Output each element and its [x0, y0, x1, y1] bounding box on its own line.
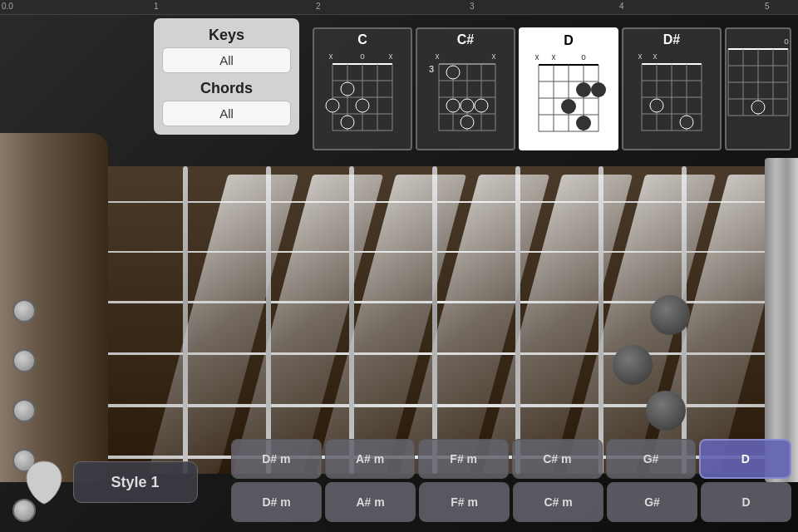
chord-dot-1 [650, 295, 690, 335]
svg-text:x: x [492, 52, 496, 61]
svg-point-64 [650, 99, 663, 112]
svg-point-48 [576, 82, 591, 97]
chord-btn-asm-1[interactable]: A# m [325, 439, 416, 479]
svg-text:x: x [436, 52, 440, 61]
chord-card-dsharp[interactable]: D# x x [622, 27, 722, 150]
tuning-peg-2[interactable] [12, 349, 36, 372]
chord-card-c[interactable]: C x x o [313, 27, 412, 150]
svg-text:x: x [389, 52, 393, 61]
chord-buttons-section: D# m A# m F# m C# m G# D D# m A# m F# m … [224, 432, 798, 532]
svg-point-33 [475, 99, 488, 112]
chord-name-c: C [357, 32, 367, 47]
svg-point-15 [356, 99, 369, 112]
fretboard[interactable] [108, 166, 773, 474]
chord-btn-d-1[interactable]: D [699, 439, 791, 479]
svg-point-13 [341, 82, 354, 96]
chord-btn-gs-1[interactable]: G# [606, 439, 697, 479]
version-label: 0.0 [2, 2, 13, 11]
chord-strip: C x x o [306, 18, 798, 160]
svg-point-30 [446, 66, 460, 79]
svg-point-51 [576, 116, 591, 131]
chord-card-csharp[interactable]: C# 3 x x [416, 27, 515, 150]
chord-btn-csm-1[interactable]: C# m [512, 439, 603, 479]
svg-point-77 [751, 101, 765, 114]
chord-btn-dsm-1[interactable]: D# m [231, 439, 322, 479]
ruler-mark-3: 3 [470, 2, 475, 11]
chord-btn-csm-2[interactable]: C# m [513, 482, 603, 522]
svg-text:3: 3 [429, 64, 434, 74]
chord-btn-d-2[interactable]: D [701, 482, 791, 522]
keys-all-button[interactable]: All [162, 47, 291, 73]
svg-text:x: x [638, 52, 643, 61]
tuning-peg-3[interactable] [12, 399, 36, 422]
svg-point-49 [591, 82, 606, 97]
chord-row-1: D# m A# m F# m C# m G# D [231, 439, 791, 479]
pick-icon [23, 460, 65, 505]
svg-text:o: o [360, 52, 365, 61]
chord-card-d[interactable]: D x x o [519, 27, 618, 150]
chord-card-5[interactable]: o [725, 27, 791, 150]
svg-point-65 [680, 116, 693, 129]
chord-btn-asm-2[interactable]: A# m [325, 482, 416, 522]
tuning-peg-1[interactable] [12, 299, 36, 323]
chord-row-2: D# m A# m F# m C# m G# D [231, 482, 791, 522]
style-section: Style 1 [0, 432, 220, 532]
chord-name-csharp: C# [457, 32, 474, 47]
svg-text:o: o [581, 52, 586, 62]
chord-name-dsharp: D# [663, 32, 680, 47]
svg-text:x: x [329, 52, 333, 61]
svg-text:x: x [552, 52, 556, 62]
chord-dot-3 [646, 391, 686, 431]
ruler: 0.0 1 2 3 4 5 [0, 0, 798, 15]
chord-btn-fsm-1[interactable]: F# m [418, 439, 509, 479]
svg-point-32 [461, 99, 474, 112]
chords-all-button[interactable]: All [162, 101, 291, 126]
svg-point-34 [461, 116, 474, 129]
ruler-mark-5: 5 [765, 2, 770, 11]
style-button[interactable]: Style 1 [73, 461, 198, 503]
chord-btn-fsm-2[interactable]: F# m [419, 482, 510, 522]
chord-btn-gs-2[interactable]: G# [607, 482, 697, 522]
svg-point-16 [341, 116, 354, 129]
svg-text:x: x [535, 52, 539, 62]
chord-diagram-d: x x o [524, 50, 613, 148]
chord-diagram-csharp: 3 x x [421, 49, 510, 147]
svg-point-31 [446, 99, 460, 112]
guitar-body [0, 133, 108, 482]
ruler-mark-4: 4 [619, 2, 624, 11]
keys-chords-panel: Keys All Chords All [154, 18, 299, 135]
ruler-mark-2: 2 [316, 2, 321, 11]
chords-label: Chords [162, 80, 291, 97]
svg-text:x: x [653, 52, 658, 61]
keys-label: Keys [162, 27, 291, 44]
chord-name-d: D [564, 33, 574, 48]
chord-diagram-c: x x o [318, 49, 407, 147]
svg-text:o: o [784, 37, 789, 46]
svg-point-50 [561, 99, 576, 114]
svg-point-14 [326, 99, 339, 112]
ruler-mark-1: 1 [154, 2, 159, 11]
chord-dot-2 [613, 345, 653, 385]
chord-diagram-dsharp: x x [627, 49, 717, 147]
chord-btn-dsm-2[interactable]: D# m [231, 482, 322, 522]
chord-diagram-5: o [713, 34, 798, 132]
